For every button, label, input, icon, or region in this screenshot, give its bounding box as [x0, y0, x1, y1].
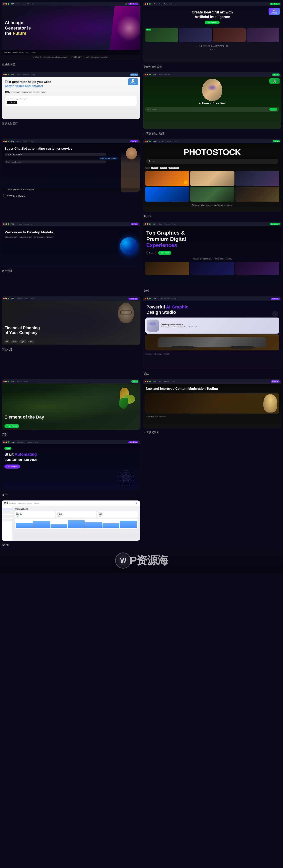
bar-right10: Start Free — [271, 298, 280, 300]
chip-ads[interactable]: Ads — [41, 91, 46, 93]
saas-chart — [15, 519, 138, 529]
tag-nn: Neural Networks — [19, 236, 32, 238]
card10-accent: AI Graphic — [166, 305, 188, 309]
search-bar[interactable]: 🔍 Search — [146, 159, 278, 164]
sidebar-item-4[interactable] — [2, 519, 12, 521]
send-button[interactable] — [269, 108, 277, 111]
card10-arrow[interactable]: › — [272, 311, 278, 317]
btn-started[interactable]: Get Started — [128, 3, 138, 5]
filter-arch[interactable]: Architecture — [169, 167, 179, 169]
card13-cta-btn[interactable]: Get Started — [4, 465, 20, 469]
dot-r13 — [3, 441, 5, 443]
logo-paypal: paypal — [19, 340, 27, 343]
btn-finance[interactable]: Get Started — [128, 298, 138, 300]
dot-r3 — [3, 74, 5, 75]
dot-y6 — [147, 141, 148, 142]
stat-value-users: 1,240 — [57, 513, 95, 516]
input-placeholder: Ask me anything... — [147, 108, 269, 110]
bar-right5: Try Free — [130, 140, 138, 143]
wp-logo: W P资源海 — [115, 553, 168, 568]
bar-7 — [120, 521, 137, 528]
browser-bar-10: ANK Studio Portfolio Pricing Start Free — [143, 297, 282, 301]
chip-all[interactable]: All — [5, 91, 10, 93]
btn-get-start[interactable]: Get Started — [270, 3, 280, 5]
nav-about: About — [23, 3, 26, 5]
logo: ANK — [153, 3, 156, 5]
btn-start8[interactable]: Get Started — [158, 251, 171, 255]
card-financial: ANK Services About Contact Get Started F… — [0, 295, 142, 378]
sidebar-item-3[interactable] — [2, 515, 12, 518]
photo-3 — [235, 171, 280, 186]
sidebar-item-1[interactable] — [2, 508, 12, 510]
btn-news[interactable]: Subscribe — [271, 380, 280, 382]
card5-label: 人工智能聊天机器人 — [0, 193, 142, 200]
news-person — [263, 395, 277, 412]
stat-users: Users 1,240 +8% — [56, 511, 97, 518]
card10-title: Powerful AI GraphicDesign Studio — [143, 301, 282, 317]
chip-email[interactable]: Email — [33, 91, 40, 93]
card9-title: Financial Planningof Your Company — [4, 326, 40, 335]
filter-all[interactable]: All — [145, 167, 150, 169]
nav: Home Features Pricing — [159, 3, 176, 5]
browser-dot-red — [3, 3, 5, 5]
card8-hero: Top Graphics &Premium DigitalExperiences… — [143, 226, 282, 286]
dot-r10 — [145, 298, 146, 300]
bar-right7: Explore — [131, 223, 138, 225]
btn-studio[interactable]: Start Free — [271, 298, 280, 300]
dot-g3 — [8, 74, 9, 75]
btn-explore7[interactable]: Explore — [131, 223, 138, 225]
btn-automate[interactable]: Get Started — [128, 441, 138, 443]
user-icon[interactable]: 👤 — [136, 502, 138, 504]
saas-nav-reports[interactable]: Reports — [27, 502, 32, 504]
card4-label: 人工智能私人助理 — [142, 130, 283, 137]
art-thumb-4 — [247, 28, 279, 42]
search-icon: 🔍 — [149, 160, 151, 162]
nav13: Automation Features Pricing — [17, 441, 37, 443]
btn-chat[interactable]: Try Free — [130, 140, 138, 143]
card10-hero: Powerful AI GraphicDesign Studio › Creat… — [143, 301, 282, 369]
flower-petals — [114, 385, 134, 410]
petal-3 — [119, 398, 128, 409]
card9-logos: citi amex paypal visa — [4, 340, 34, 343]
photo-5 — [190, 187, 235, 202]
btn-live[interactable]: Live Text — [130, 73, 138, 76]
browser-bar-2: ANK Home Features Pricing Get Started — [143, 2, 282, 6]
btn-explore8[interactable]: Explore — [146, 251, 157, 255]
nav-item-1: Templates — [4, 52, 11, 54]
btn-curly[interactable]: AI Curly — [272, 73, 280, 76]
card2-cta-btn[interactable]: Get Started — [205, 21, 220, 24]
wp-text: P资源海 — [130, 553, 168, 568]
card4-title: AI Personal Consultant — [143, 101, 282, 106]
saas-nav-transactions[interactable]: Transactions — [17, 502, 26, 504]
bar-right8: Get Started — [270, 223, 280, 225]
badge-new: NEW — [146, 29, 151, 31]
nav-item-2: Gallery — [12, 52, 17, 54]
dot-y4 — [147, 74, 148, 75]
btn-award[interactable]: Submit — [131, 380, 138, 382]
sidebar-item-2[interactable] — [2, 511, 12, 514]
dot-y12 — [147, 381, 148, 382]
saas-nav-settings[interactable]: Settings — [34, 502, 39, 504]
bar-right6: Upload — [273, 140, 280, 143]
card9-label: 商业代理 — [0, 347, 142, 353]
card1-accent: Future — [13, 31, 26, 36]
card3-label: 图像发生器灯 — [0, 121, 142, 127]
logo-visa: visa — [28, 340, 34, 343]
search-icon[interactable]: 🔍 — [125, 3, 128, 5]
chip-blog[interactable]: Blog Posts — [10, 91, 20, 93]
filter-nature[interactable]: Nature — [151, 167, 158, 169]
dot-g12 — [149, 381, 151, 382]
tag-ai: AI Models — [45, 236, 55, 238]
generate-btn[interactable]: Generate — [7, 101, 17, 104]
btn-graphics[interactable]: Get Started — [270, 223, 280, 225]
card-top-graphics: ANK Gallery Premium Pricing Get Started … — [142, 220, 283, 295]
stat-value-orders: 342 — [99, 513, 137, 516]
card6-label: 照片库 — [142, 213, 283, 220]
dot-r8 — [145, 223, 146, 225]
nav-item-3: Pricing — [19, 52, 24, 54]
chip-social[interactable]: Social Media — [21, 91, 32, 93]
card5-left: Super ChatBot automating customer servic… — [2, 144, 120, 192]
saas-nav-dashboard[interactable]: Dashboard — [9, 502, 16, 504]
btn-stock[interactable]: Upload — [273, 140, 280, 143]
filter-people[interactable]: People — [160, 167, 167, 169]
